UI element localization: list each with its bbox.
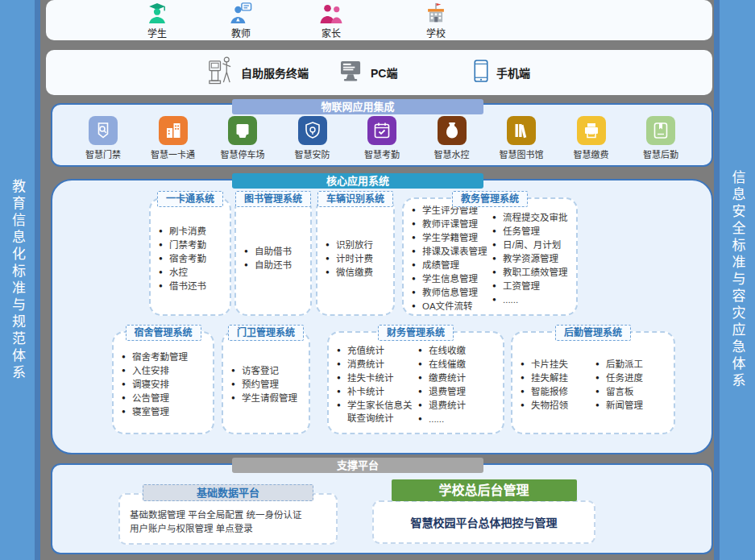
user-label: 学校	[410, 26, 462, 39]
terminal-label: 手机端	[496, 64, 530, 81]
system-feature-item: 借书还书	[159, 280, 226, 292]
system-body: 宿舍考勤管理入住安排调寝安排公告管理寝室管理	[122, 339, 209, 429]
iot-item-8: 智慧缴费	[560, 116, 623, 160]
system-feature-item: 日/周、月计划	[492, 239, 573, 251]
terminal-label: PC端	[371, 64, 397, 81]
system-feature-item: 学生信息管理	[412, 272, 492, 285]
pc-icon	[340, 60, 363, 85]
system-feature-list: 流程提交及审批任务管理日/周、月计划教学资源管理教职工绩效管理工资管理.....…	[492, 210, 573, 307]
system-feature-item: 入住安排	[122, 364, 209, 377]
iot-item-label: 智慧一卡通	[142, 147, 205, 160]
school-icon	[410, 2, 462, 25]
system-title: 宿舍管理系统	[125, 325, 201, 341]
system-feature-item: 教师信息管理	[412, 286, 492, 299]
base-data-platform-box: 基础数据管理 平台全局配置 统一身份认证 用户账户与权限管理 单点登录 基础数据…	[118, 484, 338, 545]
system-feature-item: 学生请假管理	[231, 392, 305, 404]
system-feature-item: 留言板	[595, 385, 670, 398]
payment-icon	[577, 116, 606, 145]
system-feature-item: ......	[492, 293, 573, 306]
system-feature-item: 公告管理	[122, 392, 209, 404]
student-icon	[131, 2, 183, 25]
system-body: 学生评分管理教师评课管理学生学籍管理排课及课表管理成绩管理学生信息管理教师信息管…	[412, 205, 573, 311]
attendance-icon	[367, 116, 396, 145]
system-body: 自助借书自助还书	[244, 205, 307, 311]
iot-item-3: 智慧停车场	[211, 116, 274, 160]
system-feature-item: 宿舍考勤	[159, 252, 226, 265]
iot-item-label: 智慧缴费	[560, 147, 623, 160]
phone-icon	[473, 60, 489, 86]
system-feature-item: 刷卡消费	[159, 225, 226, 238]
terminal-item-1: 自助服务终端	[207, 50, 309, 95]
system-box-6: 门卫管理系统访客登记预约管理学生请假管理	[222, 331, 310, 434]
system-feature-item: 补卡统计	[337, 385, 418, 398]
system-body: 访客登记预约管理学生请假管理	[231, 339, 305, 429]
parents-icon	[305, 2, 357, 25]
system-feature-item: 识别放行	[326, 239, 390, 251]
left-sidebar-label: 教育信息化标准与规范体系	[7, 179, 27, 382]
iot-item-6: 智慧水控	[421, 116, 483, 160]
iot-item-1: 智慧门禁	[72, 116, 135, 160]
system-feature-item: ......	[418, 413, 500, 425]
system-title: 财务管理系统	[378, 325, 454, 341]
security-icon	[298, 116, 327, 145]
system-feature-item: 挂失解挂	[521, 371, 595, 384]
user-item-2: 教师	[215, 2, 267, 39]
iot-item-2: 智慧一卡通	[142, 116, 205, 160]
system-feature-item: 预约管理	[231, 378, 305, 391]
system-feature-item: 学生家长信息关联查询统计	[337, 399, 418, 425]
system-feature-item: 失物招领	[521, 399, 595, 412]
system-feature-item: 成绩管理	[412, 259, 492, 272]
core-panel: 核心应用系统 一卡通系统刷卡消费门禁考勤宿舍考勤水控借书还书图书管理系统自助借书…	[51, 179, 713, 454]
iot-item-label: 智慧图书馆	[490, 147, 553, 160]
terminal-label: 自助服务终端	[241, 64, 309, 81]
system-body: 充值统计消费统计挂失卡统计补卡统计学生家长信息关联查询统计在线收缴在线催缴缴费统…	[337, 339, 500, 429]
system-feature-item: 宿舍考勤管理	[122, 351, 209, 363]
school-backend-content: 智慧校园平台总体把控与管理	[372, 500, 595, 544]
system-feature-item: 调寝安排	[122, 378, 209, 391]
iot-item-9: 智慧后勤	[629, 116, 692, 160]
system-feature-item: 访客登记	[231, 364, 305, 377]
system-feature-list: 刷卡消费门禁考勤宿舍考勤水控借书还书	[159, 224, 226, 293]
system-feature-item: 退费管理	[418, 385, 500, 398]
system-box-2: 图书管理系统自助借书自助还书	[234, 197, 312, 316]
system-feature-item: 卡片挂失	[521, 358, 595, 371]
system-feature-list: 识别放行计时计费微信缴费	[326, 238, 390, 280]
system-feature-list: 访客登记预约管理学生请假管理	[231, 363, 305, 405]
iot-item-label: 智慧门禁	[72, 147, 135, 160]
system-box-8: 后勤管理系统卡片挂失挂失解挂智能报修失物招领后勤派工任务进度留言板新闻管理	[511, 331, 675, 434]
iot-item-label: 智慧后勤	[629, 147, 692, 160]
teacher-icon	[215, 2, 267, 25]
system-title: 图书管理系统	[235, 191, 311, 207]
user-item-3: 家长	[305, 2, 357, 39]
core-section-title: 核心应用系统	[232, 173, 483, 189]
system-feature-item: 水控	[159, 266, 226, 279]
iot-item-label: 智慧水控	[421, 147, 483, 160]
right-sidebar-label: 信息安全标准与容灾应急体系	[728, 170, 748, 390]
system-feature-list: 充值统计消费统计挂失卡统计补卡统计学生家长信息关联查询统计	[337, 343, 418, 425]
system-title: 后勤管理系统	[555, 325, 631, 341]
system-feature-item: 学生学籍管理	[412, 231, 492, 244]
user-item-1: 学生	[131, 2, 183, 39]
iot-item-4: 智慧安防	[281, 116, 344, 160]
left-sidebar: 教育信息化标准与规范体系	[0, 0, 40, 560]
iot-items-row: 智慧门禁智慧一卡通智慧停车场智慧安防智慧考勤智慧水控智慧图书馆智慧缴费智慧后勤	[72, 116, 692, 160]
system-feature-list: 学生评分管理教师评课管理学生学籍管理排课及课表管理成绩管理学生信息管理教师信息管…	[412, 203, 492, 313]
iot-item-7: 智慧图书馆	[490, 116, 553, 160]
system-feature-item: 在线催缴	[418, 358, 500, 371]
system-feature-item: 缴费统计	[418, 371, 500, 384]
base-data-line-1: 基础数据管理 平台全局配置 统一身份认证	[130, 508, 328, 522]
system-feature-item: 教职工绩效管理	[492, 266, 573, 279]
system-box-7: 财务管理系统充值统计消费统计挂失卡统计补卡统计学生家长信息关联查询统计在线收缴在…	[327, 331, 504, 434]
user-label: 教师	[215, 26, 267, 39]
system-feature-item: 寝室管理	[122, 405, 209, 418]
system-feature-item: 自助借书	[244, 245, 307, 258]
access-icon	[89, 116, 118, 145]
system-feature-list: 后勤派工任务进度留言板新闻管理	[595, 357, 670, 413]
support-panel: 支撑平台 基础数据管理 平台全局配置 统一身份认证 用户账户与权限管理 单点登录…	[51, 463, 713, 554]
smart-campus-architecture-diagram: 教育信息化标准与规范体系 信息安全标准与容灾应急体系 学生教师家长学校 自助服务…	[0, 0, 755, 560]
user-item-4: 学校	[410, 2, 462, 39]
terminal-item-2: PC端	[340, 50, 397, 95]
system-feature-item: 充值统计	[337, 344, 418, 357]
base-data-line-2: 用户账户与权限管理 单点登录	[130, 522, 328, 536]
system-feature-item: 微信缴费	[326, 266, 390, 279]
